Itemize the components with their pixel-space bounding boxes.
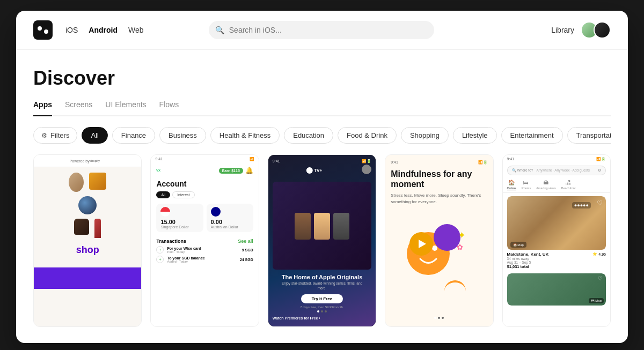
card-airbnb[interactable]: 9:41 📶🔋 🔍 Where to? Anywhere · Any week …: [502, 154, 611, 327]
wise-transactions: Transactions See all ↑ For your Wise car…: [151, 236, 258, 267]
tab-ui-elements[interactable]: UI Elements: [105, 100, 146, 116]
wise-chip-all[interactable]: All: [156, 191, 170, 198]
tx-name-2: To your SGD balance: [167, 256, 237, 260]
listing-dots-nav: ●●●●●: [572, 202, 591, 208]
appletv-try-button[interactable]: Try It Free: [301, 294, 343, 303]
airbnb-tab-beach[interactable]: 🏖 Beachfront: [561, 180, 576, 190]
svg-text:shopify: shopify: [90, 159, 100, 162]
category-shopping[interactable]: Shopping: [401, 127, 449, 144]
wise-tx-1: ↑ For your Wise card Paid · Today 9 SGD: [156, 246, 253, 254]
wise-statusbar: 9:41 📶: [151, 155, 258, 163]
dot-2: [321, 310, 323, 312]
airbnb-search-bar[interactable]: 🔍 Where to? Anywhere · Any week · Add gu…: [507, 166, 606, 175]
nav-android[interactable]: Android: [89, 26, 118, 34]
category-food[interactable]: Food & Drink: [338, 127, 397, 144]
listing-meta-1: Maidstone, Kent, UK 34 miles away Aug 31…: [507, 252, 606, 269]
card-wise[interactable]: 9:41 📶 VX Earn $115 🔔 Account All Intere…: [150, 154, 259, 327]
wise-logo-area: VX Earn $115 🔔: [151, 163, 258, 177]
avatar-group: [581, 21, 611, 39]
cabin-label: Cabins: [507, 187, 516, 190]
category-transportation[interactable]: Transportation: [567, 127, 611, 144]
dot-1: [317, 310, 319, 312]
filters-button[interactable]: ⚙ Filters: [33, 127, 77, 144]
airbnb-listing-2[interactable]: ♡ 🗺 Map: [507, 273, 606, 306]
tab-apps[interactable]: Apps: [33, 100, 52, 116]
tx-info-1: For your Wise card Paid · Today: [167, 247, 238, 254]
wise-balance-aud: 0.00 Australian Dollar: [207, 204, 253, 232]
appletv-bg: 9:41 📶🔋 TV+: [268, 155, 376, 326]
airbnb-tabs: 🏠 Cabins 🛏 Rooms 🏔 Amazing views 🏖: [503, 177, 610, 193]
listing-price-1: $1,031 total: [507, 264, 549, 269]
nav-ios[interactable]: iOS: [65, 26, 78, 34]
tx-amount-1: 9 SGD: [242, 248, 253, 252]
listing-heart-icon[interactable]: ♡: [597, 199, 603, 207]
balance-sgd-currency: Singapore Dollar: [160, 225, 199, 229]
mobbin-logo: [33, 20, 53, 40]
play-triangle-icon: [419, 240, 426, 248]
card-appletv[interactable]: 9:41 📶🔋 TV+: [268, 154, 376, 327]
listing-heart-icon-2[interactable]: ♡: [598, 275, 603, 281]
card-mindfulness-content: 9:41 📶🔋 Mindfulness for any moment Stres…: [385, 155, 493, 326]
purple-banner: [34, 267, 141, 289]
tab-screens[interactable]: Screens: [65, 100, 92, 116]
listing-image-2: ♡ 🗺 Map: [507, 273, 606, 306]
main-nav: iOS Android Web: [65, 25, 144, 35]
clock-item: [89, 173, 106, 190]
rooms-label: Rooms: [522, 187, 531, 190]
card-airbnb-content: 9:41 📶🔋 🔍 Where to? Anywhere · Any week …: [503, 155, 610, 326]
category-business[interactable]: Business: [159, 127, 206, 144]
mindfulness-statusbar: 9:41 📶🔋: [391, 160, 487, 165]
library-button[interactable]: Library: [551, 26, 574, 34]
tab-flows[interactable]: Flows: [159, 100, 179, 116]
airbnb-listing-1[interactable]: ♡ ●●●●● 🏠 Map Maidstone, Kent,: [507, 196, 606, 271]
header-right: Library: [551, 21, 611, 39]
listing-info-1: Maidstone, Kent, UK 34 miles away Aug 31…: [507, 250, 606, 271]
wise-account-title: Account: [151, 177, 258, 190]
wise-balance-sgd: 15.00 Singapore Dollar: [156, 204, 203, 232]
shop-logo: shop: [76, 244, 99, 256]
map-badge: 🗺 Map: [589, 298, 604, 303]
rooms-icon: 🛏: [523, 180, 529, 185]
listing-details: Maidstone, Kent, UK 34 miles away Aug 31…: [507, 252, 549, 269]
sphere-item: [78, 196, 97, 214]
wise-chip-interest[interactable]: Interest: [172, 191, 194, 198]
see-all-link[interactable]: See all: [238, 239, 253, 244]
category-education[interactable]: Education: [284, 127, 333, 144]
airbnb-tab-views[interactable]: 🏔 Amazing views: [536, 180, 556, 190]
header: iOS Android Web 🔍 Library: [16, 11, 628, 50]
appletv-dots: [273, 310, 371, 312]
wise-tx-header: Transactions See all: [156, 239, 253, 244]
airbnb-statusbar: 9:41 📶🔋: [503, 155, 610, 163]
person-silhouette-2: [314, 213, 330, 240]
nav-web[interactable]: Web: [128, 26, 144, 34]
search-where-label: 🔍 Where to?: [512, 168, 533, 173]
filters-label: Filters: [50, 131, 69, 139]
airbnb-tab-rooms[interactable]: 🛏 Rooms: [522, 180, 531, 190]
card-shopify[interactable]: Powered by shopify: [33, 154, 142, 327]
tx-sub-1: Paid · Today: [167, 250, 238, 254]
search-input[interactable]: [209, 21, 434, 39]
card-shopify-content: Powered by shopify: [34, 155, 141, 326]
listing-distance: 34 miles away: [507, 257, 549, 260]
category-finance[interactable]: Finance: [112, 127, 155, 144]
appletv-title: The Home of Apple Originals: [277, 274, 367, 280]
search-container: 🔍: [209, 21, 434, 39]
appletv-bottom: Watch Premieres for Free ›: [273, 314, 371, 322]
svg-text:VX: VX: [156, 169, 160, 172]
filter-row: ⚙ Filters All Finance Business Health & …: [33, 127, 611, 144]
cards-grid: Powered by shopify: [33, 154, 611, 327]
shopify-items: shop: [34, 167, 141, 263]
svg-point-2: [306, 167, 313, 174]
category-all[interactable]: All: [82, 127, 107, 144]
rating-value-1: 4.96: [598, 252, 606, 256]
category-lifestyle[interactable]: Lifestyle: [453, 127, 497, 144]
category-health[interactable]: Health & Fitness: [210, 127, 280, 144]
mindfulness-content: 9:41 📶🔋 Mindfulness for any moment Stres…: [385, 155, 493, 326]
balance-sgd-amount: 15.00: [160, 219, 199, 225]
tabs-row: Apps Screens UI Elements Flows: [33, 100, 611, 116]
category-entertainment[interactable]: Entertainment: [501, 127, 563, 144]
listing-rating-1: ⭐ 4.96: [592, 252, 606, 256]
card-mindfulness[interactable]: 9:41 📶🔋 Mindfulness for any moment Stres…: [385, 154, 493, 327]
airbnb-tab-cabins[interactable]: 🏠 Cabins: [507, 180, 516, 190]
tx-amount-2: 24 SGD: [240, 258, 253, 262]
